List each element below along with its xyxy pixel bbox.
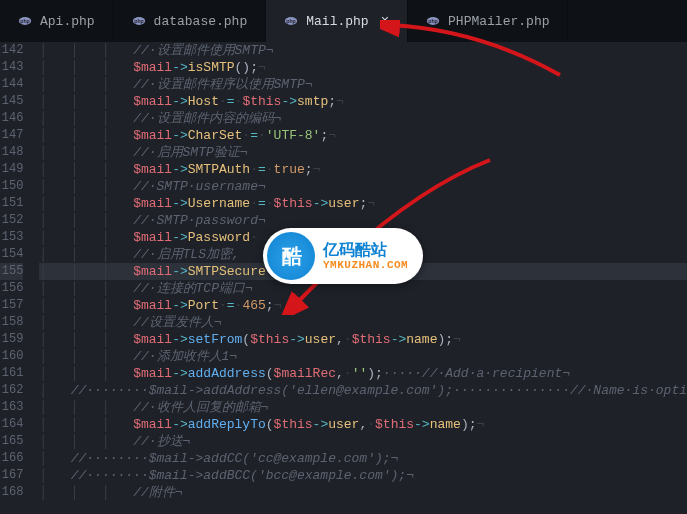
line-number: 157 [0, 297, 23, 314]
line-number: 164 [0, 416, 23, 433]
code-line[interactable]: │ │ │ //·SMTP·username¬ [39, 178, 687, 195]
code-line[interactable]: │ │ │ $mail->CharSet·=·'UTF-8';¬ [39, 127, 687, 144]
line-number: 167 [0, 467, 23, 484]
line-number: 158 [0, 314, 23, 331]
code-line[interactable]: │ │ │ //·SMTP·password¬ [39, 212, 687, 229]
line-number: 145 [0, 93, 23, 110]
line-number: 159 [0, 331, 23, 348]
code-line[interactable]: │ │ │ //附件¬ [39, 484, 687, 501]
close-icon[interactable]: × [377, 14, 389, 28]
code-line[interactable]: │ │ │ //·抄送¬ [39, 433, 687, 450]
tab-api-php[interactable]: phpApi.php [0, 0, 114, 42]
watermark-title: 亿码酷站 [323, 241, 408, 259]
tab-phpmailer-php[interactable]: phpPHPMailer.php [408, 0, 568, 42]
svg-text:php: php [134, 18, 144, 24]
tab-label: Api.php [40, 14, 95, 29]
watermark-logo: 酷 亿码酷站 YMKUZHAN.COM [263, 228, 423, 284]
code-line[interactable]: │ //········$mail->addCC('cc@example.com… [39, 450, 687, 467]
tab-bar: phpApi.phpphpdatabase.phpphpMail.php×php… [0, 0, 687, 42]
gutter: 1421431441451461471481491501511521531541… [0, 42, 31, 514]
tab-label: database.php [154, 14, 248, 29]
line-number: 161 [0, 365, 23, 382]
line-number: 146 [0, 110, 23, 127]
line-number: 156 [0, 280, 23, 297]
code-line[interactable]: │ │ │ $mail->addAddress($mailRec,·'');··… [39, 365, 687, 382]
code-line[interactable]: │ │ │ //·设置邮件内容的编码¬ [39, 110, 687, 127]
tab-label: PHPMailer.php [448, 14, 549, 29]
line-number: 165 [0, 433, 23, 450]
line-number: 150 [0, 178, 23, 195]
code-line[interactable]: │ │ │ //设置发件人¬ [39, 314, 687, 331]
line-number: 142 [0, 42, 23, 59]
code-line[interactable]: │ │ │ $mail->addReplyTo($this->user,·$th… [39, 416, 687, 433]
line-number: 144 [0, 76, 23, 93]
php-file-icon: php [132, 14, 146, 28]
code-line[interactable]: │ │ │ $mail->setFrom($this->user,·$this-… [39, 331, 687, 348]
watermark-badge: 酷 [267, 232, 315, 280]
tab-mail-php[interactable]: phpMail.php× [266, 0, 408, 42]
line-number: 163 [0, 399, 23, 416]
php-file-icon: php [284, 14, 298, 28]
svg-text:php: php [428, 18, 438, 24]
tab-database-php[interactable]: phpdatabase.php [114, 0, 267, 42]
line-number: 151 [0, 195, 23, 212]
tab-label: Mail.php [306, 14, 368, 29]
code-line[interactable]: │ │ │ $mail->isSMTP();¬ [39, 59, 687, 76]
code-line[interactable]: │ │ │ $mail->Port·=·465;¬ [39, 297, 687, 314]
line-number: 153 [0, 229, 23, 246]
line-number: 160 [0, 348, 23, 365]
line-number: 166 [0, 450, 23, 467]
line-number: 155 [0, 263, 23, 280]
code-line[interactable]: │ //········$mail->addAddress('ellen@exa… [39, 382, 687, 399]
code-line[interactable]: │ │ │ $mail->Host·=·$this->smtp;¬ [39, 93, 687, 110]
watermark-url: YMKUZHAN.COM [323, 259, 408, 271]
php-file-icon: php [18, 14, 32, 28]
code-line[interactable]: │ │ │ //·启用SMTP验证¬ [39, 144, 687, 161]
line-number: 149 [0, 161, 23, 178]
code-line[interactable]: │ │ │ //·设置邮件程序以使用SMTP¬ [39, 76, 687, 93]
code-line[interactable]: │ │ │ //·添加收件人1¬ [39, 348, 687, 365]
code-line[interactable]: │ │ │ $mail->Username·=·$this->user;¬ [39, 195, 687, 212]
line-number: 148 [0, 144, 23, 161]
php-file-icon: php [426, 14, 440, 28]
code-line[interactable]: │ │ │ //·收件人回复的邮箱¬ [39, 399, 687, 416]
line-number: 154 [0, 246, 23, 263]
line-number: 147 [0, 127, 23, 144]
line-number: 162 [0, 382, 23, 399]
code-line[interactable]: │ │ │ //·设置邮件使用SMTP¬ [39, 42, 687, 59]
line-number: 143 [0, 59, 23, 76]
line-number: 152 [0, 212, 23, 229]
svg-text:php: php [20, 18, 30, 24]
code-line[interactable]: │ │ │ $mail->SMTPAuth·=·true;¬ [39, 161, 687, 178]
code-line[interactable]: │ //········$mail->addBCC('bcc@example.c… [39, 467, 687, 484]
svg-text:php: php [286, 18, 296, 24]
line-number: 168 [0, 484, 23, 501]
